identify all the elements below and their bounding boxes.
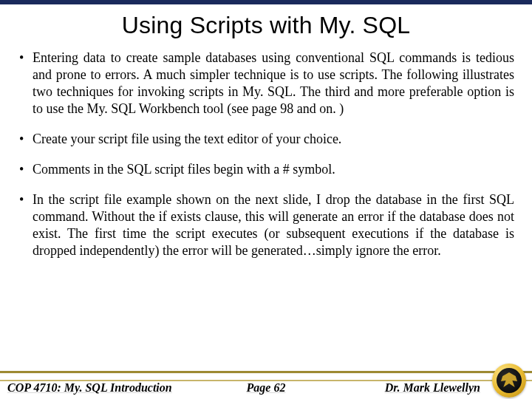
footer-author: Dr. Mark Llewellyn xyxy=(385,381,480,395)
logo-outer-circle xyxy=(492,364,526,398)
slide-title: Using Scripts with My. SQL xyxy=(18,12,514,39)
footer: COP 4710: My. SQL Introduction Page 62 D… xyxy=(0,365,532,399)
footer-course: COP 4710: My. SQL Introduction xyxy=(7,381,172,395)
bullet-item: Entering data to create sample databases… xyxy=(18,50,514,117)
bullet-item: Comments in the SQL script files begin w… xyxy=(18,161,514,178)
bullet-list: Entering data to create sample databases… xyxy=(18,50,514,259)
slide-body: Using Scripts with My. SQL Entering data… xyxy=(0,4,532,259)
bullet-item: In the script file example shown on the … xyxy=(18,191,514,259)
footer-page-number: Page 62 xyxy=(247,381,286,395)
footer-divider xyxy=(0,371,532,373)
ucf-pegasus-logo xyxy=(492,364,526,398)
bullet-item: Create your script file using the text e… xyxy=(18,131,514,148)
